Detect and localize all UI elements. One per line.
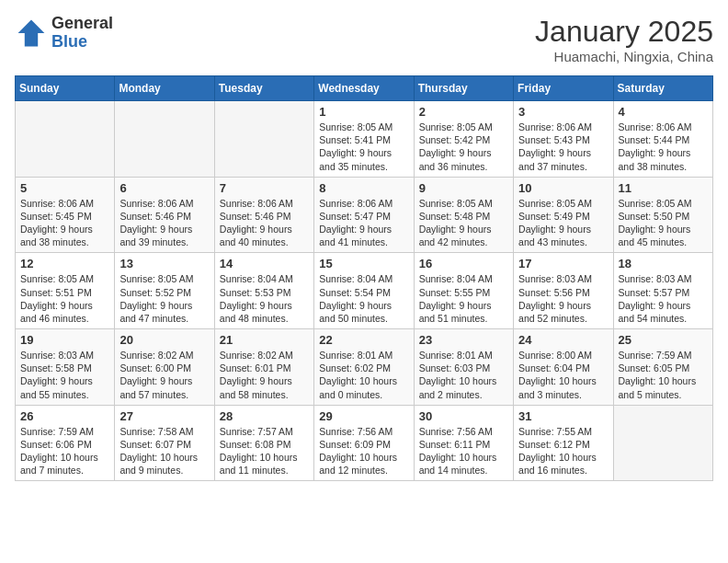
- day-info: Sunrise: 8:01 AMSunset: 6:03 PMDaylight:…: [419, 349, 508, 401]
- day-info: Sunrise: 8:05 AMSunset: 5:41 PMDaylight:…: [319, 121, 408, 173]
- day-info: Sunrise: 7:55 AMSunset: 6:12 PMDaylight:…: [518, 425, 608, 477]
- day-number: 16: [419, 257, 508, 270]
- day-number: 14: [220, 257, 309, 270]
- calendar-week-4: 19Sunrise: 8:03 AMSunset: 5:58 PMDayligh…: [16, 329, 713, 406]
- day-number: 22: [319, 333, 408, 347]
- calendar-cell: 19Sunrise: 8:03 AMSunset: 5:58 PMDayligh…: [16, 329, 115, 406]
- day-number: 8: [319, 181, 408, 195]
- calendar-week-5: 26Sunrise: 7:59 AMSunset: 6:06 PMDayligh…: [16, 405, 713, 481]
- day-number: 2: [419, 105, 508, 119]
- day-info: Sunrise: 8:05 AMSunset: 5:48 PMDaylight:…: [419, 197, 508, 249]
- day-info: Sunrise: 8:06 AMSunset: 5:46 PMDaylight:…: [119, 197, 209, 249]
- calendar-cell: 24Sunrise: 8:00 AMSunset: 6:04 PMDayligh…: [514, 329, 613, 406]
- day-info: Sunrise: 7:58 AMSunset: 6:07 PMDaylight:…: [119, 425, 209, 477]
- day-info: Sunrise: 7:59 AMSunset: 6:05 PMDaylight:…: [619, 349, 708, 401]
- calendar-cell: 13Sunrise: 8:05 AMSunset: 5:52 PMDayligh…: [115, 253, 214, 329]
- day-info: Sunrise: 8:06 AMSunset: 5:44 PMDaylight:…: [619, 121, 708, 173]
- day-number: 31: [518, 409, 608, 423]
- day-info: Sunrise: 8:00 AMSunset: 6:04 PMDaylight:…: [518, 349, 608, 401]
- title-block: January 2025 Huamachi, Ningxia, China: [535, 15, 713, 64]
- day-number: 7: [220, 181, 309, 195]
- day-number: 17: [518, 257, 608, 270]
- calendar-cell: 25Sunrise: 7:59 AMSunset: 6:05 PMDayligh…: [613, 329, 712, 406]
- calendar-header-tuesday: Tuesday: [214, 76, 313, 101]
- calendar-cell: [16, 101, 115, 178]
- day-info: Sunrise: 7:56 AMSunset: 6:09 PMDaylight:…: [319, 425, 408, 477]
- calendar-table: SundayMondayTuesdayWednesdayThursdayFrid…: [15, 75, 713, 481]
- calendar-week-1: 1Sunrise: 8:05 AMSunset: 5:41 PMDaylight…: [16, 101, 713, 178]
- day-number: 25: [619, 333, 708, 347]
- calendar-cell: 22Sunrise: 8:01 AMSunset: 6:02 PMDayligh…: [314, 329, 414, 406]
- calendar-cell: 20Sunrise: 8:02 AMSunset: 6:00 PMDayligh…: [115, 329, 214, 406]
- day-info: Sunrise: 8:01 AMSunset: 6:02 PMDaylight:…: [319, 349, 408, 401]
- calendar-cell: 1Sunrise: 8:05 AMSunset: 5:41 PMDaylight…: [314, 101, 414, 178]
- day-number: 28: [220, 409, 309, 423]
- calendar-cell: 10Sunrise: 8:05 AMSunset: 5:49 PMDayligh…: [514, 177, 613, 253]
- calendar-cell: 14Sunrise: 8:04 AMSunset: 5:53 PMDayligh…: [214, 253, 313, 329]
- day-info: Sunrise: 8:02 AMSunset: 6:00 PMDaylight:…: [119, 349, 209, 401]
- day-number: 1: [319, 105, 408, 119]
- calendar-cell: 18Sunrise: 8:03 AMSunset: 5:57 PMDayligh…: [613, 253, 712, 329]
- day-info: Sunrise: 8:04 AMSunset: 5:53 PMDaylight:…: [220, 272, 309, 325]
- calendar-header-monday: Monday: [115, 76, 214, 101]
- calendar-cell: 4Sunrise: 8:06 AMSunset: 5:44 PMDaylight…: [613, 101, 712, 178]
- day-number: 9: [419, 181, 508, 195]
- calendar-cell: 6Sunrise: 8:06 AMSunset: 5:46 PMDaylight…: [115, 177, 214, 253]
- calendar-cell: 27Sunrise: 7:58 AMSunset: 6:07 PMDayligh…: [115, 405, 214, 481]
- day-number: 30: [419, 409, 508, 423]
- calendar-week-2: 5Sunrise: 8:06 AMSunset: 5:45 PMDaylight…: [16, 177, 713, 253]
- day-info: Sunrise: 8:03 AMSunset: 5:58 PMDaylight:…: [20, 349, 109, 401]
- logo: General Blue: [15, 15, 113, 52]
- day-info: Sunrise: 7:59 AMSunset: 6:06 PMDaylight:…: [20, 425, 109, 477]
- day-info: Sunrise: 8:02 AMSunset: 6:01 PMDaylight:…: [220, 349, 309, 401]
- calendar-cell: [214, 101, 313, 178]
- day-info: Sunrise: 8:05 AMSunset: 5:51 PMDaylight:…: [20, 272, 109, 325]
- day-number: 27: [119, 409, 209, 423]
- calendar-cell: [613, 405, 712, 481]
- calendar-header-friday: Friday: [514, 76, 613, 101]
- calendar-cell: 16Sunrise: 8:04 AMSunset: 5:55 PMDayligh…: [414, 253, 513, 329]
- day-number: 18: [619, 257, 708, 270]
- day-number: 20: [119, 333, 209, 347]
- calendar-header-saturday: Saturday: [613, 76, 712, 101]
- calendar-cell: 23Sunrise: 8:01 AMSunset: 6:03 PMDayligh…: [414, 329, 513, 406]
- day-info: Sunrise: 7:56 AMSunset: 6:11 PMDaylight:…: [419, 425, 508, 477]
- logo-blue: Blue: [51, 32, 87, 51]
- day-info: Sunrise: 8:06 AMSunset: 5:47 PMDaylight:…: [319, 197, 408, 249]
- day-number: 26: [20, 409, 109, 423]
- day-info: Sunrise: 8:06 AMSunset: 5:45 PMDaylight:…: [20, 197, 109, 249]
- day-info: Sunrise: 8:05 AMSunset: 5:42 PMDaylight:…: [419, 121, 508, 173]
- page-header: General Blue January 2025 Huamachi, Ning…: [15, 15, 713, 64]
- calendar-cell: 9Sunrise: 8:05 AMSunset: 5:48 PMDaylight…: [414, 177, 513, 253]
- logo-icon: [15, 17, 48, 50]
- month-title: January 2025: [535, 15, 713, 49]
- day-number: 15: [319, 257, 408, 270]
- day-info: Sunrise: 8:05 AMSunset: 5:52 PMDaylight:…: [119, 272, 209, 325]
- calendar-cell: 29Sunrise: 7:56 AMSunset: 6:09 PMDayligh…: [314, 405, 414, 481]
- day-number: 12: [20, 257, 109, 270]
- calendar-cell: 12Sunrise: 8:05 AMSunset: 5:51 PMDayligh…: [16, 253, 115, 329]
- day-number: 6: [119, 181, 209, 195]
- day-info: Sunrise: 8:06 AMSunset: 5:46 PMDaylight:…: [220, 197, 309, 249]
- logo-general: General: [51, 14, 113, 32]
- calendar-cell: 5Sunrise: 8:06 AMSunset: 5:45 PMDaylight…: [16, 177, 115, 253]
- day-info: Sunrise: 7:57 AMSunset: 6:08 PMDaylight:…: [220, 425, 309, 477]
- calendar-header-thursday: Thursday: [414, 76, 513, 101]
- day-info: Sunrise: 8:03 AMSunset: 5:56 PMDaylight:…: [518, 272, 608, 325]
- day-number: 29: [319, 409, 408, 423]
- day-number: 3: [518, 105, 608, 119]
- svg-marker-0: [18, 19, 45, 46]
- calendar-cell: 15Sunrise: 8:04 AMSunset: 5:54 PMDayligh…: [314, 253, 414, 329]
- calendar-cell: 28Sunrise: 7:57 AMSunset: 6:08 PMDayligh…: [214, 405, 313, 481]
- day-number: 10: [518, 181, 608, 195]
- day-number: 5: [20, 181, 109, 195]
- location-title: Huamachi, Ningxia, China: [535, 49, 713, 64]
- calendar-cell: 21Sunrise: 8:02 AMSunset: 6:01 PMDayligh…: [214, 329, 313, 406]
- day-info: Sunrise: 8:06 AMSunset: 5:43 PMDaylight:…: [518, 121, 608, 173]
- calendar-cell: 7Sunrise: 8:06 AMSunset: 5:46 PMDaylight…: [214, 177, 313, 253]
- day-info: Sunrise: 8:04 AMSunset: 5:54 PMDaylight:…: [319, 272, 408, 325]
- calendar-cell: [115, 101, 214, 178]
- calendar-cell: 11Sunrise: 8:05 AMSunset: 5:50 PMDayligh…: [613, 177, 712, 253]
- calendar-cell: 3Sunrise: 8:06 AMSunset: 5:43 PMDaylight…: [514, 101, 613, 178]
- calendar-week-3: 12Sunrise: 8:05 AMSunset: 5:51 PMDayligh…: [16, 253, 713, 329]
